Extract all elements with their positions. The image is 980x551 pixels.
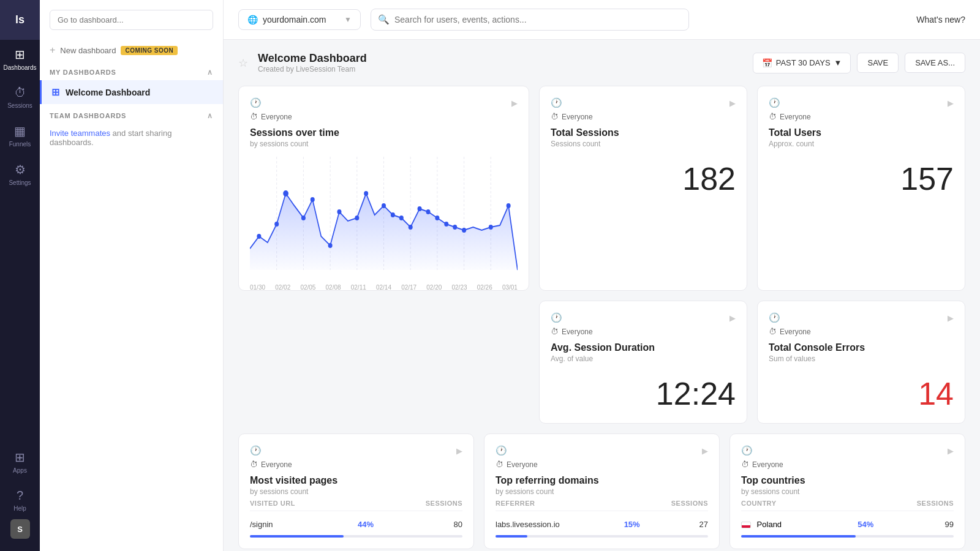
segment-text: Everyone xyxy=(507,460,538,469)
country-pct: 54% xyxy=(858,520,873,529)
whats-new-link[interactable]: What's new? xyxy=(916,15,965,24)
save-as-button[interactable]: SAVE AS... xyxy=(905,53,965,73)
nav-item-funnels[interactable]: ▦ Funnels xyxy=(0,116,40,155)
new-dashboard-label: New dashboard xyxy=(60,46,116,55)
chart-label-3: 02/08 xyxy=(326,284,341,291)
play-icon[interactable]: ▶ xyxy=(729,99,736,108)
nav-item-sessions[interactable]: ⏱ Sessions xyxy=(0,78,40,116)
widget-title: Total Users xyxy=(769,127,954,138)
team-dashboards-label: TEAM DASHBOARDS xyxy=(50,112,126,119)
sessions-icon: ⏱ xyxy=(14,86,26,100)
total-sessions-value: 182 xyxy=(551,160,736,197)
avg-session-value: 12:24 xyxy=(551,375,736,412)
col1-header: REFERRER xyxy=(496,500,535,507)
widget-header: 🕐 ▶ xyxy=(250,445,462,456)
active-dashboard-item[interactable]: ⊞ Welcome Dashboard xyxy=(40,80,223,104)
sidebar-search-input[interactable] xyxy=(50,10,213,30)
date-range-button[interactable]: 📅 PAST 30 DAYS ▼ xyxy=(753,53,851,73)
table-row: /signin 44% 80 xyxy=(250,516,462,533)
date-arrow-icon: ▼ xyxy=(834,58,842,67)
widget-title: Sessions over time xyxy=(250,127,518,138)
settings-icon: ⚙ xyxy=(15,162,26,177)
svg-point-13 xyxy=(301,216,306,220)
save-button[interactable]: SAVE xyxy=(857,53,899,73)
segment-label: ⏱ Everyone xyxy=(496,460,708,469)
team-dashboards-chevron[interactable]: ∧ xyxy=(207,111,213,120)
widget-title: Top referring domains xyxy=(496,475,708,486)
widget-header: 🕐 ▶ xyxy=(551,312,736,323)
play-icon[interactable]: ▶ xyxy=(511,99,518,108)
global-search-input[interactable] xyxy=(371,9,689,31)
svg-point-18 xyxy=(364,191,368,196)
logo: ls xyxy=(0,0,40,40)
widget-subtitle: by sessions count xyxy=(741,487,954,496)
team-dashboards-header: TEAM DASHBOARDS ∧ xyxy=(40,104,223,124)
segment-label: ⏱ Everyone xyxy=(551,327,736,336)
play-icon[interactable]: ▶ xyxy=(948,99,954,108)
main-area: 🌐 yourdomain.com ▼ 🔍 What's new? ☆ Welco… xyxy=(224,0,980,551)
segment-text: Everyone xyxy=(562,328,593,336)
svg-point-29 xyxy=(489,225,493,230)
topbar: 🌐 yourdomain.com ▼ 🔍 What's new? xyxy=(224,0,980,40)
play-icon[interactable]: ▶ xyxy=(702,446,708,455)
funnels-icon: ▦ xyxy=(14,124,26,138)
col2-header: SESSIONS xyxy=(426,500,462,507)
user-avatar[interactable]: S xyxy=(10,519,30,539)
svg-point-11 xyxy=(274,222,279,227)
chart-label-9: 02/26 xyxy=(477,284,492,291)
widget-subtitle: Approx. count xyxy=(769,140,954,148)
svg-point-16 xyxy=(337,209,341,214)
nav-label-apps: Apps xyxy=(13,467,27,474)
dashboard-actions: 📅 PAST 30 DAYS ▼ SAVE SAVE AS... xyxy=(753,53,965,73)
clock-icon: 🕐 xyxy=(769,312,780,323)
segment-text: Everyone xyxy=(261,460,292,469)
nav-item-apps[interactable]: ⊞ Apps xyxy=(0,443,40,481)
dashboard-content: ☆ Welcome Dashboard Created by LiveSessi… xyxy=(224,40,980,551)
segment-label: ⏱ Everyone xyxy=(769,327,954,336)
chart-label-6: 02/17 xyxy=(401,284,417,291)
active-dashboard-label: Welcome Dashboard xyxy=(66,88,150,97)
progress-bar xyxy=(496,535,708,538)
nav-label-settings: Settings xyxy=(9,179,31,186)
chart-label-2: 02/05 xyxy=(300,284,315,291)
svg-point-12 xyxy=(283,190,288,197)
favorite-star-icon[interactable]: ☆ xyxy=(238,56,248,70)
segment-text: Everyone xyxy=(261,113,292,121)
nav-item-dashboards[interactable]: ⊞ Dashboards xyxy=(0,40,40,78)
clock-icon: 🕐 xyxy=(496,445,507,456)
nav-item-settings[interactable]: ⚙ Settings xyxy=(0,155,40,193)
play-icon[interactable]: ▶ xyxy=(948,313,954,323)
dashboards-icon: ⊞ xyxy=(15,47,25,62)
nav-label-help: Help xyxy=(13,505,26,512)
chart-label-0: 01/30 xyxy=(250,284,265,291)
svg-point-26 xyxy=(444,222,448,227)
svg-point-20 xyxy=(391,212,395,217)
segment-text: Everyone xyxy=(752,460,783,469)
middle-widgets-grid: 🕐 ▶ ⏱ Everyone Avg. Session Duration Avg… xyxy=(238,301,965,424)
widget-subtitle: by sessions count xyxy=(250,140,518,148)
clock-icon: 🕐 xyxy=(551,97,562,108)
widget-subtitle: Sessions count xyxy=(551,140,736,148)
search-icon: 🔍 xyxy=(378,14,390,25)
widget-title: Top countries xyxy=(741,475,954,486)
chart-svg xyxy=(250,157,518,279)
icon-nav: ls ⊞ Dashboards ⏱ Sessions ▦ Funnels ⚙ S… xyxy=(0,0,40,551)
invite-teammates-link[interactable]: Invite teammates xyxy=(50,129,110,138)
new-dashboard-button[interactable]: + New dashboard COMING SOON xyxy=(40,40,223,61)
table-header: REFERRER SESSIONS xyxy=(496,496,708,511)
widget-subtitle: Avg. of value xyxy=(551,354,736,363)
play-icon[interactable]: ▶ xyxy=(948,446,954,455)
my-dashboards-chevron[interactable]: ∧ xyxy=(207,68,213,77)
widget-subtitle: by sessions count xyxy=(250,487,462,496)
apps-icon: ⊞ xyxy=(15,450,25,465)
coming-soon-badge: COMING SOON xyxy=(121,46,178,55)
play-icon[interactable]: ▶ xyxy=(456,446,462,455)
clock-icon: 🕐 xyxy=(741,445,753,456)
segment-text: Everyone xyxy=(562,113,593,121)
nav-item-help[interactable]: ? Help xyxy=(0,481,40,519)
table-row: Poland 54% 99 xyxy=(741,516,954,533)
filter-icon: ⏱ xyxy=(250,112,258,121)
svg-point-28 xyxy=(462,228,466,233)
play-icon[interactable]: ▶ xyxy=(729,313,736,323)
domain-selector[interactable]: 🌐 yourdomain.com ▼ xyxy=(238,9,361,30)
